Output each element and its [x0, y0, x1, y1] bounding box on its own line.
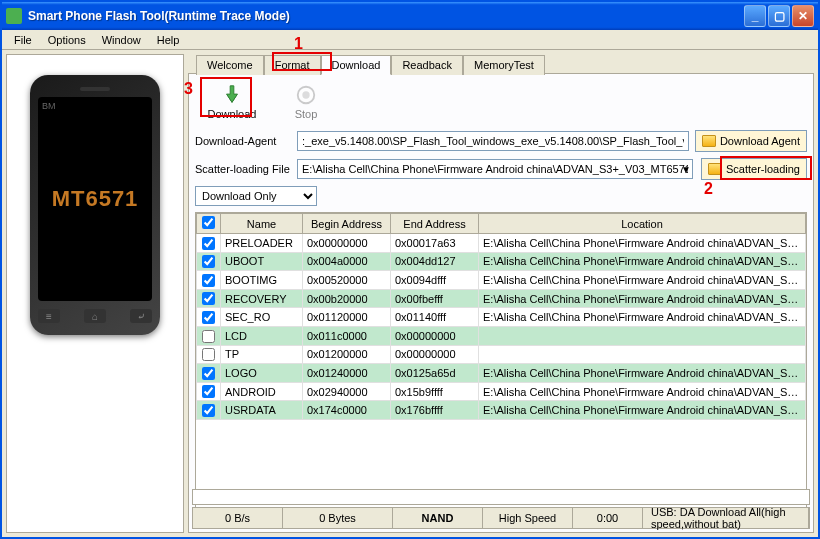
tab-welcome[interactable]: Welcome — [196, 55, 264, 75]
menu-options[interactable]: Options — [40, 32, 94, 48]
dropdown-arrow-icon[interactable]: ▼ — [681, 164, 691, 175]
table-row[interactable]: LOGO0x012400000x0125a65dE:\Alisha Cell\C… — [197, 364, 806, 383]
row-end: 0x00000000 — [391, 326, 479, 345]
row-begin: 0x02940000 — [303, 382, 391, 401]
stop-button[interactable]: Stop — [281, 84, 331, 120]
tab-format[interactable]: Format — [264, 55, 321, 75]
download-button-label: Download — [208, 108, 257, 120]
phone-home-icon: ⌂ — [84, 309, 106, 323]
menu-bar: File Options Window Help — [2, 30, 818, 50]
toolbar: Download Stop — [195, 80, 807, 124]
folder-icon — [708, 163, 722, 175]
header-location[interactable]: Location — [479, 214, 806, 234]
row-end: 0x176bffff — [391, 401, 479, 420]
row-name: RECOVERY — [221, 289, 303, 308]
table-row[interactable]: PRELOADER0x000000000x00017a63E:\Alisha C… — [197, 234, 806, 253]
main-pane: Welcome Format Download Readback MemoryT… — [188, 54, 814, 533]
row-begin: 0x011c0000 — [303, 326, 391, 345]
title-bar: Smart Phone Flash Tool(Runtime Trace Mod… — [2, 2, 818, 30]
row-location — [479, 326, 806, 345]
row-end: 0x15b9ffff — [391, 382, 479, 401]
status-speed: 0 B/s — [193, 508, 283, 528]
row-end: 0x01140fff — [391, 308, 479, 327]
minimize-button[interactable]: _ — [744, 5, 766, 27]
scatter-loading-browse-label: Scatter-loading — [726, 163, 800, 175]
row-location: E:\Alisha Cell\China Phone\Firmware Andr… — [479, 234, 806, 253]
download-agent-row: Download-Agent Download Agent — [195, 130, 807, 152]
select-all-checkbox[interactable] — [202, 216, 215, 229]
row-checkbox[interactable] — [202, 330, 215, 343]
table-row[interactable]: RECOVERY0x00b200000x00fbefffE:\Alisha Ce… — [197, 289, 806, 308]
row-checkbox[interactable] — [202, 404, 215, 417]
row-location: E:\Alisha Cell\China Phone\Firmware Andr… — [479, 401, 806, 420]
header-checkbox[interactable] — [197, 214, 221, 234]
close-button[interactable]: ✕ — [792, 5, 814, 27]
table-row[interactable]: ANDROID0x029400000x15b9ffffE:\Alisha Cel… — [197, 382, 806, 401]
tab-download[interactable]: Download — [321, 55, 392, 75]
scatter-loading-row: Scatter-loading File ▼ Scatter-loading — [195, 158, 807, 180]
table-row[interactable]: LCD0x011c00000x00000000 — [197, 326, 806, 345]
table-row[interactable]: SEC_RO0x011200000x01140fffE:\Alisha Cell… — [197, 308, 806, 327]
row-begin: 0x01240000 — [303, 364, 391, 383]
table-header-row: Name Begin Address End Address Location — [197, 214, 806, 234]
row-location: E:\Alisha Cell\China Phone\Firmware Andr… — [479, 364, 806, 383]
row-location — [479, 345, 806, 364]
row-end: 0x0094dfff — [391, 271, 479, 290]
row-checkbox[interactable] — [202, 348, 215, 361]
row-begin: 0x00520000 — [303, 271, 391, 290]
download-agent-browse-button[interactable]: Download Agent — [695, 130, 807, 152]
row-begin: 0x00000000 — [303, 234, 391, 253]
row-name: LOGO — [221, 364, 303, 383]
row-name: SEC_RO — [221, 308, 303, 327]
window-title: Smart Phone Flash Tool(Runtime Trace Mod… — [28, 9, 744, 23]
partition-table: Name Begin Address End Address Location … — [196, 213, 806, 420]
row-checkbox[interactable] — [202, 292, 215, 305]
menu-window[interactable]: Window — [94, 32, 149, 48]
tab-memorytest[interactable]: MemoryTest — [463, 55, 545, 75]
table-row[interactable]: USRDATA0x174c00000x176bffffE:\Alisha Cel… — [197, 401, 806, 420]
download-agent-input[interactable] — [297, 131, 689, 151]
row-checkbox[interactable] — [202, 274, 215, 287]
partition-table-wrap: Name Begin Address End Address Location … — [195, 212, 807, 526]
scatter-loading-input[interactable] — [297, 159, 693, 179]
row-name: BOOTIMG — [221, 271, 303, 290]
row-checkbox[interactable] — [202, 255, 215, 268]
menu-help[interactable]: Help — [149, 32, 188, 48]
row-begin: 0x01200000 — [303, 345, 391, 364]
header-end[interactable]: End Address — [391, 214, 479, 234]
menu-file[interactable]: File — [6, 32, 40, 48]
scatter-loading-label: Scatter-loading File — [195, 163, 291, 175]
phone-preview-pane: MT6571 BM ≡ ⌂ ⤶ — [6, 54, 184, 533]
row-name: UBOOT — [221, 252, 303, 271]
content-area: MT6571 BM ≡ ⌂ ⤶ Welcome Format Download … — [2, 50, 818, 537]
svg-point-1 — [302, 91, 309, 98]
tab-body: Download Stop Download-Agent Download Ag… — [188, 73, 814, 533]
table-row[interactable]: BOOTIMG0x005200000x0094dfffE:\Alisha Cel… — [197, 271, 806, 290]
tab-readback[interactable]: Readback — [391, 55, 463, 75]
row-end: 0x00017a63 — [391, 234, 479, 253]
header-begin[interactable]: Begin Address — [303, 214, 391, 234]
download-agent-label: Download-Agent — [195, 135, 291, 147]
scatter-loading-browse-button[interactable]: Scatter-loading — [701, 158, 807, 180]
phone-screen: MT6571 BM — [38, 97, 152, 301]
phone-menu-icon: ≡ — [38, 309, 60, 323]
row-checkbox[interactable] — [202, 367, 215, 380]
row-checkbox[interactable] — [202, 385, 215, 398]
status-flash: NAND — [393, 508, 483, 528]
maximize-button[interactable]: ▢ — [768, 5, 790, 27]
row-checkbox[interactable] — [202, 311, 215, 324]
mode-row: Download Only — [195, 186, 807, 206]
table-row[interactable]: UBOOT0x004a00000x004dd127E:\Alisha Cell\… — [197, 252, 806, 271]
phone-carrier-label: BM — [42, 101, 56, 111]
row-location: E:\Alisha Cell\China Phone\Firmware Andr… — [479, 271, 806, 290]
row-name: LCD — [221, 326, 303, 345]
status-bar: 0 B/s 0 Bytes NAND High Speed 0:00 USB: … — [192, 507, 810, 529]
table-row[interactable]: TP0x012000000x00000000 — [197, 345, 806, 364]
row-checkbox[interactable] — [202, 237, 215, 250]
header-name[interactable]: Name — [221, 214, 303, 234]
row-begin: 0x00b20000 — [303, 289, 391, 308]
download-mode-select[interactable]: Download Only — [195, 186, 317, 206]
row-end: 0x004dd127 — [391, 252, 479, 271]
download-button[interactable]: Download — [207, 84, 257, 120]
status-bytes: 0 Bytes — [283, 508, 393, 528]
